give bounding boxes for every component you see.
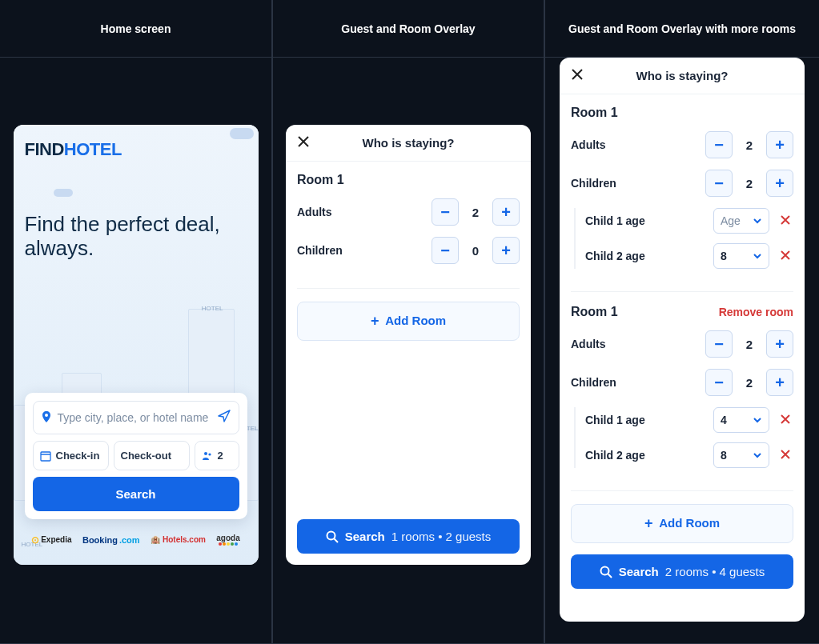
overlay-title: Who is staying?	[571, 69, 793, 82]
adults-minus-button[interactable]: −	[705, 330, 733, 358]
chevron-down-icon	[753, 450, 762, 460]
child-age-label: Child 2 age	[585, 449, 705, 462]
locate-icon[interactable]	[218, 410, 231, 426]
close-icon	[780, 214, 791, 226]
close-icon	[780, 414, 791, 425]
svg-line-7	[608, 574, 612, 578]
adults-minus-button[interactable]: −	[705, 131, 733, 158]
brand-logo: FINDHOTEL	[25, 139, 247, 160]
headline: Find the perfect deal, always.	[25, 213, 247, 261]
adults-plus-button[interactable]: +	[766, 330, 793, 358]
overlay-header: Who is staying?	[560, 58, 805, 94]
children-label: Children	[571, 376, 616, 389]
child-age-label: Child 2 age	[585, 250, 705, 262]
child-remove-button[interactable]	[777, 213, 793, 230]
children-value: 2	[744, 376, 755, 390]
room-block: Room 1 Adults − 2 + Children − 0	[297, 173, 520, 289]
overlay-body: Room 1 Adults − 2 + Children − 0	[286, 162, 531, 508]
close-icon	[780, 250, 791, 261]
child-age-select[interactable]: 8	[713, 442, 769, 468]
partner-booking: Booking.com	[82, 535, 140, 545]
guest-overlay-expanded: Who is staying? Room 1Adults−2+Children−…	[560, 58, 805, 622]
chevron-down-icon	[753, 216, 762, 226]
room-block: Room 1Adults−2+Children−2+Child 1 ageAge…	[571, 106, 793, 292]
partner-agoda: agoda	[216, 534, 239, 546]
guests-icon	[202, 450, 213, 462]
child-remove-button[interactable]	[777, 447, 793, 464]
chevron-down-icon	[753, 251, 762, 261]
adults-row: Adults − 2 +	[297, 198, 520, 226]
adults-value: 2	[744, 138, 755, 152]
children-plus-button[interactable]: +	[492, 237, 520, 264]
children-minus-button[interactable]: −	[705, 170, 733, 197]
adults-row: Adults−2+	[571, 131, 793, 158]
children-value: 0	[470, 244, 481, 258]
children-label: Children	[297, 244, 343, 257]
svg-point-2	[204, 452, 207, 455]
partner-hotels: Hotels.com	[151, 535, 206, 544]
remove-room-button[interactable]: Remove room	[719, 306, 793, 318]
overlay-search-button[interactable]: Search2 rooms • 4 guests	[571, 554, 793, 589]
close-button[interactable]	[297, 134, 310, 152]
home-content: FINDHOTEL Find the perfect deal, always.…	[14, 125, 259, 565]
children-ages: Child 1 age4Child 2 age8	[574, 407, 793, 468]
children-plus-button[interactable]: +	[766, 170, 793, 197]
destination-input[interactable]: Type city, place, or hotel name	[33, 401, 239, 434]
col2-header: Guest and Room Overlay	[272, 0, 544, 58]
adults-label: Adults	[571, 338, 606, 350]
date-guest-row: Check-in Check-out 2	[33, 441, 239, 470]
room-title: Room 1	[571, 305, 618, 319]
child-age-label: Child 1 age	[585, 414, 705, 426]
close-button[interactable]	[571, 66, 584, 85]
checkout-input[interactable]: Check-out	[114, 441, 190, 470]
add-room-button[interactable]: + Add Room	[571, 504, 793, 543]
overlay-title: Who is staying?	[297, 136, 520, 150]
add-room-button[interactable]: + Add Room	[297, 302, 520, 341]
chevron-down-icon	[753, 415, 762, 425]
adults-plus-button[interactable]: +	[492, 198, 520, 226]
destination-placeholder: Type city, place, or hotel name	[58, 411, 211, 424]
child-age-select[interactable]: Age	[713, 208, 769, 234]
calendar-icon	[40, 450, 51, 462]
overlay-search-button[interactable]: Search 1 rooms • 2 guests	[297, 519, 520, 554]
partner-expedia: Expedia	[31, 534, 71, 546]
child-age-row: Child 1 age4	[585, 407, 793, 433]
children-value: 2	[744, 177, 755, 190]
children-row: Children−2+	[571, 170, 793, 197]
search-button[interactable]: Search	[33, 477, 239, 511]
children-label: Children	[571, 177, 616, 190]
child-age-select[interactable]: 4	[713, 407, 769, 433]
adults-value: 2	[470, 206, 481, 219]
svg-point-3	[208, 453, 211, 455]
adults-minus-button[interactable]: −	[432, 198, 459, 226]
overlay-header: Who is staying?	[286, 125, 531, 162]
adults-label: Adults	[571, 138, 606, 151]
room-title: Room 1	[297, 173, 344, 187]
adults-label: Adults	[297, 206, 332, 218]
header-row: Home screen Guest and Room Overlay Guest…	[0, 0, 819, 58]
adults-plus-button[interactable]: +	[766, 131, 793, 158]
search-icon	[600, 566, 612, 578]
room-title: Room 1	[571, 106, 618, 120]
home-screen: HOTEL HOTEL HOTEL HOTEL 197 FINDHOTEL Fi…	[14, 125, 259, 565]
children-ages: Child 1 ageAgeChild 2 age8	[574, 208, 793, 269]
svg-point-4	[327, 531, 335, 539]
partners-row: Expedia Booking.com Hotels.com agoda	[25, 529, 247, 554]
svg-line-5	[334, 538, 338, 542]
child-remove-button[interactable]	[777, 248, 793, 265]
search-card: Type city, place, or hotel name Check-in…	[25, 393, 247, 519]
children-plus-button[interactable]: +	[766, 369, 793, 396]
children-minus-button[interactable]: −	[432, 237, 459, 264]
children-minus-button[interactable]: −	[705, 369, 733, 396]
close-icon	[297, 135, 310, 148]
close-icon	[780, 449, 791, 460]
child-age-select[interactable]: 8	[713, 243, 769, 269]
guests-input[interactable]: 2	[195, 441, 239, 470]
checkin-input[interactable]: Check-in	[33, 441, 109, 470]
overlay-body: Room 1Adults−2+Children−2+Child 1 ageAge…	[560, 94, 805, 622]
col2-body: Who is staying? Room 1 Adults − 2 + Chil…	[272, 58, 544, 644]
child-remove-button[interactable]	[777, 412, 793, 429]
children-row: Children−2+	[571, 369, 793, 396]
overlay-footer: Search 1 rooms • 2 guests	[286, 508, 531, 565]
svg-rect-0	[41, 452, 50, 461]
